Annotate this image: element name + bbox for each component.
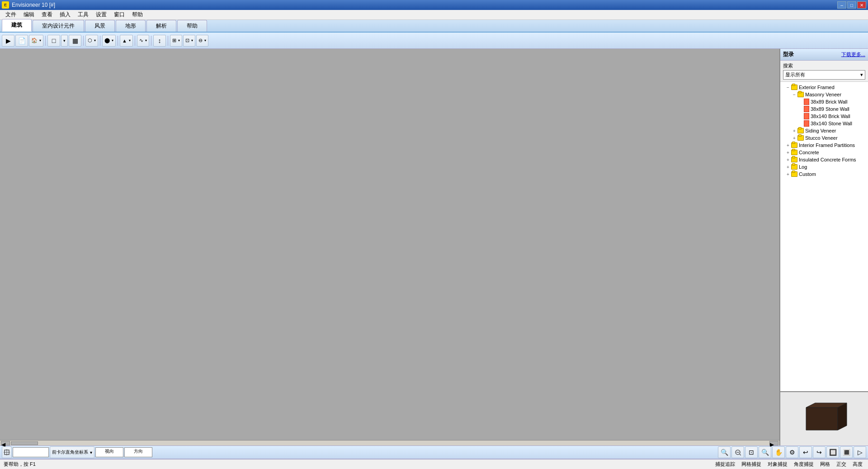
tree-item-brick89[interactable]: 38x89 Brick Wall <box>780 98 868 105</box>
tool-walls[interactable]: □ <box>47 35 60 47</box>
toggle-icon: + <box>785 156 791 163</box>
status-ortho[interactable]: 正交 <box>835 461 848 468</box>
orbit-button[interactable]: ⚙ <box>786 446 798 458</box>
tree-item-stone89[interactable]: 38x89 Stone Wall <box>780 105 868 113</box>
tab-landscape[interactable]: 风景 <box>85 20 115 32</box>
tree-label: Log <box>799 164 807 170</box>
tree-item-stucco-veneer[interactable]: + Stucco Veneer <box>780 134 868 142</box>
tab-architecture[interactable]: 建筑 <box>2 19 32 32</box>
status-grid[interactable]: 网格 <box>818 461 832 468</box>
panel-download-link[interactable]: 下载更多... <box>841 51 865 58</box>
coord-system-label: 前卡尔直角坐标系 <box>52 449 88 455</box>
folder-icon <box>797 92 804 97</box>
status-height[interactable]: 高度 <box>851 461 864 468</box>
rotate-view-button[interactable]: ↩ <box>799 446 812 458</box>
menu-tools[interactable]: 工具 <box>74 10 92 19</box>
menu-window[interactable]: 窗口 <box>110 10 128 19</box>
tab-terrain[interactable]: 地形 <box>116 20 146 32</box>
title-bar-left: E Envisioneer 10 [#] <box>2 1 55 9</box>
canvas-area[interactable] <box>0 49 779 440</box>
maximize-button[interactable]: □ <box>847 1 856 9</box>
minimize-button[interactable]: – <box>837 1 846 9</box>
bottom-tool-snap[interactable] <box>2 446 12 458</box>
tool-misc-dropdown[interactable]: ∿▾ <box>137 35 149 47</box>
scroll-thumb[interactable] <box>11 441 38 445</box>
zoom-extent-button[interactable]: ⊡ <box>745 446 758 458</box>
menu-view[interactable]: 查看 <box>38 10 56 19</box>
menu-settings[interactable]: 设置 <box>92 10 110 19</box>
dropdown-arrow: ▾ <box>90 450 92 455</box>
tool-walls-dropdown[interactable]: ▾ <box>61 35 68 47</box>
tree-item-custom[interactable]: + Custom <box>780 171 868 178</box>
tool-object-dropdown[interactable]: ⊞▾ <box>170 35 182 47</box>
direction-input[interactable]: 方向 <box>124 447 152 457</box>
scroll-track[interactable] <box>11 441 769 445</box>
canvas-wrap: ◀ ▶ <box>0 49 779 445</box>
tool-open[interactable]: 📄 <box>15 35 28 47</box>
scale-input[interactable]: 视向 <box>95 447 123 457</box>
tool-layer-dropdown[interactable]: ⊖▾ <box>196 35 208 47</box>
preview-area <box>780 391 868 445</box>
status-grid-snap[interactable]: 网格捕捉 <box>740 461 763 468</box>
toggle-icon: + <box>785 142 791 148</box>
tree-item-exterior-framed[interactable]: − Exterior Framed <box>780 84 868 91</box>
view-plan-button[interactable]: 🔳 <box>840 446 853 458</box>
sep4 <box>118 36 118 46</box>
zoom-in-button[interactable]: 🔍 <box>718 446 731 458</box>
menu-help[interactable]: 帮助 <box>128 10 146 19</box>
panel-title: 型录 <box>783 51 794 58</box>
toggle-icon: + <box>785 171 791 177</box>
tool-house-dropdown[interactable]: 🏠▾ <box>29 35 43 47</box>
tree-label: Stucco Veneer <box>805 135 838 141</box>
status-snap-tracking[interactable]: 捕捉追踪 <box>713 461 737 468</box>
bottom-toolbar-left: 前卡尔直角坐标系 ▾ 视向 方向 <box>2 446 152 458</box>
undo-view-button[interactable]: ↪ <box>813 446 826 458</box>
view-3d-button[interactable]: 🔲 <box>826 446 839 458</box>
close-button[interactable]: ✕ <box>857 1 866 9</box>
sep1 <box>45 36 46 46</box>
pan-button[interactable]: ✋ <box>772 446 785 458</box>
scroll-right-btn[interactable]: ▶ <box>769 441 778 445</box>
render-button[interactable]: ▷ <box>854 446 866 458</box>
toggle-icon: − <box>791 91 797 98</box>
tool-height[interactable]: ↕ <box>153 35 166 47</box>
tool-pointer[interactable]: ▶ <box>2 35 14 47</box>
tree-item-siding-veneer[interactable]: + Siding Veneer <box>780 127 868 134</box>
horizontal-scrollbar[interactable]: ◀ ▶ <box>0 440 779 445</box>
menu-insert[interactable]: 插入 <box>56 10 74 19</box>
sep6 <box>151 36 151 46</box>
tree-item-log[interactable]: + Log <box>780 163 868 171</box>
tab-help[interactable]: 帮助 <box>177 20 207 32</box>
tab-interior[interactable]: 室内设计元件 <box>33 20 84 32</box>
tree-item-concrete[interactable]: + Concrete <box>780 149 868 156</box>
tool-material-dropdown[interactable]: ⊡▾ <box>183 35 195 47</box>
status-right: 捕捉追踪 网格捕捉 对象捕捉 角度捕捉 网格 正交 高度 <box>713 461 864 468</box>
scroll-left-btn[interactable]: ◀ <box>1 441 10 445</box>
zoom-out-button[interactable] <box>731 446 744 458</box>
tree-item-masonry-veneer[interactable]: − Masonry Veneer <box>780 91 868 98</box>
title-controls[interactable]: – □ ✕ <box>837 1 866 9</box>
tab-analysis[interactable]: 解析 <box>146 20 176 32</box>
tree-item-insulated-concrete[interactable]: + Insulated Concrete Forms <box>780 156 868 163</box>
tree-label: Exterior Framed <box>799 85 835 90</box>
coord-system-dropdown[interactable]: 前卡尔直角坐标系 ▾ <box>50 446 94 458</box>
folder-icon <box>791 85 797 90</box>
coord-input[interactable] <box>13 447 49 457</box>
tree-item-brick140[interactable]: 38x140 Brick Wall <box>780 113 868 120</box>
tool-door-dropdown[interactable]: ⬤▾ <box>102 35 116 47</box>
menu-file[interactable]: 文件 <box>2 10 20 19</box>
tree-item-stone140[interactable]: 38x140 Stone Wall <box>780 120 868 127</box>
tool-stair-dropdown[interactable]: ▲▾ <box>120 35 133 47</box>
status-angle-snap[interactable]: 角度捕捉 <box>792 461 816 468</box>
search-bar: 搜索 显示所有 ▾ <box>780 61 868 82</box>
menu-edit[interactable]: 编辑 <box>20 10 38 19</box>
zoom-fit-button[interactable]: 🔍 <box>759 446 771 458</box>
filter-dropdown[interactable]: 显示所有 ▾ <box>783 70 865 80</box>
tree-container: − Exterior Framed − Masonry Veneer 38x89… <box>780 82 868 391</box>
tab-bar: 建筑 室内设计元件 风景 地形 解析 帮助 <box>0 20 868 33</box>
tool-grid[interactable]: ▦ <box>69 35 81 47</box>
tree-item-interior-framed[interactable]: + Interior Framed Partitions <box>780 142 868 149</box>
tool-roof-dropdown[interactable]: ⬡▾ <box>85 35 98 47</box>
status-object-snap[interactable]: 对象捕捉 <box>766 461 789 468</box>
toggle-icon: + <box>791 135 797 141</box>
